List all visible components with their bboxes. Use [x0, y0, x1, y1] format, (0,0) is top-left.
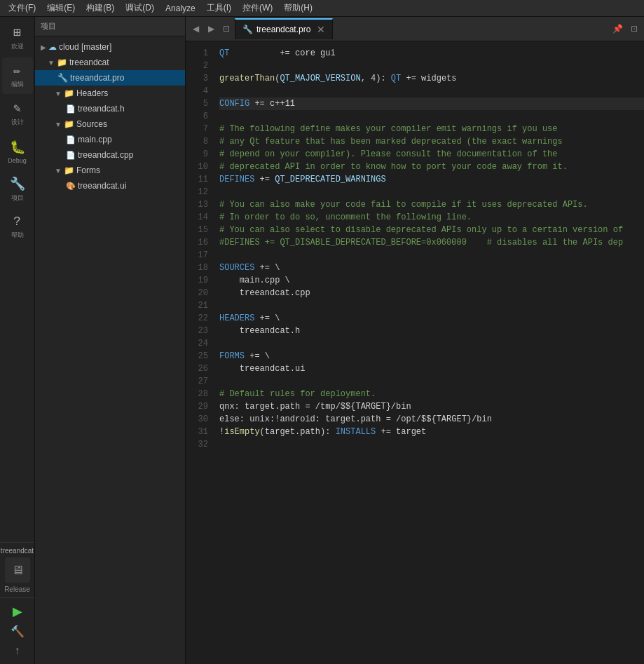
tree-item-treeandcat[interactable]: ▼ 📁 treeandcat	[35, 55, 185, 70]
tree-item-h[interactable]: 📄 treeandcat.h	[35, 101, 185, 116]
token-var: QT_DEPRECATED_WARNINGS	[275, 175, 385, 184]
code-line-3[interactable]: greaterThan(QT_MAJOR_VERSION, 4): QT += …	[219, 72, 644, 85]
token-comment: # The following define makes your compil…	[219, 124, 557, 134]
tree-item-main-cpp[interactable]: 📄 main.cpp	[35, 132, 185, 147]
menu-build[interactable]: 构建(B)	[81, 1, 120, 15]
code-line-4[interactable]	[219, 85, 644, 97]
token-comment: # deprecated API in order to know how to…	[219, 162, 568, 172]
menu-edit[interactable]: 编辑(E)	[41, 1, 81, 15]
sidebar-item-help[interactable]: ? 帮助	[2, 209, 33, 245]
token-plain: , 4):	[361, 74, 391, 83]
code-line-25[interactable]: FORMS += \	[219, 350, 644, 363]
tab-pro-file[interactable]: 🔧 treeandcat.pro ✕	[235, 18, 333, 39]
code-line-18[interactable]: SOURCES += \	[219, 262, 644, 274]
line-number-12: 12	[186, 186, 214, 198]
tab-pin-button[interactable]: 📌	[610, 22, 624, 36]
tree-item-treeandcat-cpp[interactable]: 📄 treeandcat.cpp	[35, 147, 185, 163]
code-line-24[interactable]	[219, 337, 644, 350]
sidebar-item-debug[interactable]: 🐛 Debug	[2, 133, 33, 170]
run-button[interactable]: ▶	[5, 602, 30, 621]
code-line-1[interactable]: QT += core gui	[219, 47, 644, 60]
code-line-30[interactable]: else: unix:!android: target.path = /opt/…	[219, 413, 644, 426]
build-config-label: Release	[4, 585, 30, 593]
line-number-10: 10	[186, 161, 214, 173]
sidebar-project-label: 项目	[11, 194, 24, 203]
code-line-8[interactable]: # any Qt feature that has been marked de…	[219, 135, 644, 148]
line-number-6: 6	[186, 110, 214, 123]
code-line-16[interactable]: #DEFINES += QT_DISABLE_DEPRECATED_BEFORE…	[219, 236, 644, 249]
pro-file-icon: 🔧	[57, 73, 68, 83]
code-content[interactable]: QT += core gui greaterThan(QT_MAJOR_VERS…	[214, 41, 644, 664]
menu-file[interactable]: 文件(F)	[3, 1, 41, 15]
line-number-13: 13	[186, 198, 214, 211]
menu-tools[interactable]: 工具(I)	[201, 1, 237, 15]
tree-forms-label: Forms	[76, 165, 100, 175]
token-plain: (	[275, 74, 280, 83]
token-comment: # Default rules for deployment.	[219, 389, 376, 399]
code-editor[interactable]: 1234567891011121314151617181920212223242…	[186, 41, 644, 664]
code-line-26[interactable]: treeandcat.ui	[219, 363, 644, 375]
token-plain: += \	[254, 313, 280, 323]
token-kw: QT	[219, 48, 229, 58]
menu-help[interactable]: 帮助(H)	[278, 1, 318, 15]
sidebar-help-label: 帮助	[11, 231, 24, 240]
line-number-16: 16	[186, 236, 214, 249]
code-line-6[interactable]	[219, 110, 644, 123]
token-comment: # depend on your compiler). Please consu…	[219, 149, 557, 159]
tab-forward-button[interactable]: ▶	[204, 22, 218, 36]
forms-folder-icon: 📁	[64, 165, 74, 175]
headers-chevron-icon: ▼	[55, 90, 62, 97]
line-number-23: 23	[186, 325, 214, 337]
code-line-21[interactable]	[219, 299, 644, 312]
tree-item-sources[interactable]: ▼ 📁 Sources	[35, 116, 185, 132]
token-plain: += widgets	[401, 74, 456, 83]
tab-split-button[interactable]: ⊡	[219, 22, 233, 36]
code-line-32[interactable]	[219, 438, 644, 451]
menubar: 文件(F) 编辑(E) 构建(B) 调试(D) Analyze 工具(I) 控件…	[0, 0, 644, 17]
tree-item-headers[interactable]: ▼ 📁 Headers	[35, 86, 185, 101]
tab-close-button[interactable]: ✕	[317, 24, 325, 35]
token-kw: CONFIG	[219, 99, 249, 109]
token-comment: # You can also make your code fail to co…	[219, 200, 588, 210]
code-line-11[interactable]: DEFINES += QT_DEPRECATED_WARNINGS	[219, 173, 644, 186]
code-line-31[interactable]: !isEmpty(target.path): INSTALLS += targe…	[219, 426, 644, 438]
code-line-19[interactable]: main.cpp \	[219, 274, 644, 287]
code-line-5[interactable]: CONFIG += c++11	[219, 97, 644, 110]
scroll-button[interactable]: ↑	[5, 642, 30, 660]
token-plain: treeandcat.ui	[219, 364, 305, 374]
tree-item-ui[interactable]: 🎨 treeandcat.ui	[35, 178, 185, 194]
tree-item-cloud[interactable]: ▶ ☁ cloud [master]	[35, 39, 185, 55]
sidebar-item-design[interactable]: ✎ 设计	[2, 95, 33, 132]
code-line-22[interactable]: HEADERS += \	[219, 312, 644, 325]
code-line-17[interactable]	[219, 249, 644, 262]
code-line-9[interactable]: # depend on your compiler). Please consu…	[219, 148, 644, 161]
line-number-1: 1	[186, 47, 214, 60]
tab-maximize-button[interactable]: ⊡	[627, 22, 641, 36]
code-line-23[interactable]: treeandcat.h	[219, 325, 644, 337]
line-number-17: 17	[186, 249, 214, 262]
build-button[interactable]: 🔨	[5, 622, 30, 640]
menu-analyze[interactable]: Analyze	[160, 2, 201, 15]
code-line-27[interactable]	[219, 375, 644, 388]
code-line-15[interactable]: # You can also select to disable depreca…	[219, 224, 644, 236]
line-number-22: 22	[186, 312, 214, 325]
line-number-2: 2	[186, 60, 214, 72]
sidebar-item-project[interactable]: 🔧 项目	[2, 171, 33, 208]
code-line-13[interactable]: # You can also make your code fail to co…	[219, 198, 644, 211]
tab-back-button[interactable]: ◀	[189, 22, 203, 36]
code-line-20[interactable]: treeandcat.cpp	[219, 287, 644, 299]
code-line-28[interactable]: # Default rules for deployment.	[219, 388, 644, 400]
code-line-29[interactable]: qnx: target.path = /tmp/$${TARGET}/bin	[219, 400, 644, 413]
sidebar-item-edit[interactable]: ✏ 编辑	[2, 57, 33, 94]
code-line-2[interactable]	[219, 60, 644, 72]
code-line-10[interactable]: # deprecated API in order to know how to…	[219, 161, 644, 173]
code-line-7[interactable]: # The following define makes your compil…	[219, 123, 644, 135]
line-number-9: 9	[186, 148, 214, 161]
code-line-12[interactable]	[219, 186, 644, 198]
menu-debug[interactable]: 调试(D)	[120, 1, 160, 15]
code-line-14[interactable]: # In order to do so, uncomment the follo…	[219, 211, 644, 224]
tree-item-forms[interactable]: ▼ 📁 Forms	[35, 163, 185, 178]
tree-item-pro[interactable]: 🔧 treeandcat.pro	[35, 70, 185, 86]
menu-controls[interactable]: 控件(W)	[237, 1, 278, 15]
sidebar-item-welcome[interactable]: ⊞ 欢迎	[2, 20, 33, 56]
